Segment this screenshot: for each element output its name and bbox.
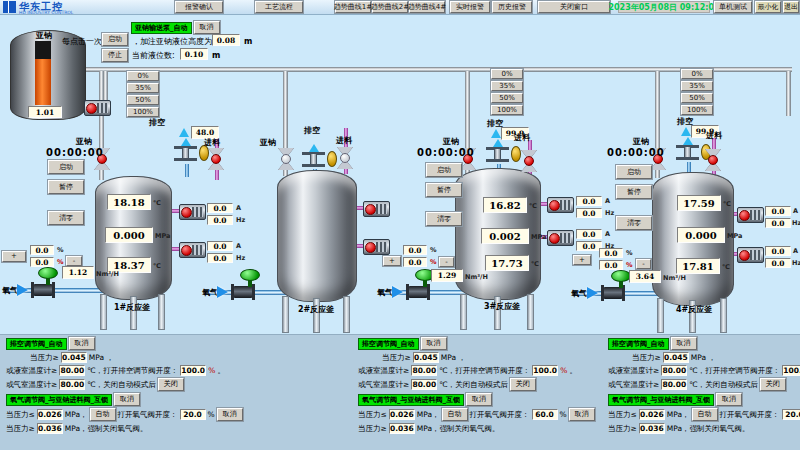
vent-auto-cancel-button[interactable]: 取消 bbox=[421, 337, 447, 350]
speed-0-button-r3[interactable]: 0% bbox=[491, 69, 523, 79]
circulation-pump-r3-upper[interactable] bbox=[547, 197, 574, 213]
high-pressure-setpoint[interactable]: 0.036 bbox=[37, 423, 63, 434]
circulation-pump-r1-upper[interactable] bbox=[179, 204, 206, 220]
speed-35-button-r3[interactable]: 35% bbox=[491, 81, 523, 91]
speed-50-button-r3[interactable]: 50% bbox=[491, 93, 523, 103]
low-pressure-setpoint[interactable]: 0.026 bbox=[639, 409, 665, 420]
oxygen-valve-r1[interactable] bbox=[33, 284, 53, 296]
liquid-temp-setpoint[interactable]: 80.00 bbox=[661, 365, 687, 376]
circulation-pump-r2-upper[interactable] bbox=[363, 201, 390, 217]
oxygen-control-valve-r1[interactable] bbox=[38, 267, 58, 279]
speed-100-button-r4[interactable]: 100% bbox=[681, 105, 713, 115]
opening-value-2-r3[interactable]: 0.0 bbox=[403, 257, 427, 267]
low-pressure-setpoint[interactable]: 0.026 bbox=[389, 409, 415, 420]
liquid-temp-setpoint[interactable]: 80.00 bbox=[411, 365, 437, 376]
speed-35-button-r4[interactable]: 35% bbox=[681, 81, 713, 91]
pause-button-r3[interactable]: 暂停 bbox=[426, 183, 462, 197]
close-window-button[interactable]: 关闭窗口 bbox=[538, 1, 610, 13]
dose-stop-button[interactable]: 停止 bbox=[102, 49, 128, 62]
speed-0-button-r4[interactable]: 0% bbox=[681, 69, 713, 79]
vent-control-valve-r3[interactable] bbox=[486, 140, 522, 167]
opening-minus-button-r4[interactable]: - bbox=[636, 259, 651, 269]
clear-button-r3[interactable]: 清零 bbox=[426, 212, 462, 226]
history-alarm-button[interactable]: 历史报警 bbox=[492, 1, 532, 13]
feed-valve-r3[interactable] bbox=[521, 150, 537, 172]
circulation-pump-r4-upper[interactable] bbox=[737, 207, 764, 223]
clear-button-r4[interactable]: 清零 bbox=[616, 216, 652, 230]
pause-button-r1[interactable]: 暂停 bbox=[48, 180, 84, 194]
opening-plus-button-r4[interactable]: + bbox=[573, 255, 591, 265]
pressure-setpoint[interactable]: 0.045 bbox=[413, 352, 439, 363]
opening-minus-button-r3[interactable]: - bbox=[439, 257, 454, 267]
start-button-r1[interactable]: 启动 bbox=[48, 160, 84, 174]
oxygen-valve-r3[interactable] bbox=[408, 286, 428, 298]
pump-auto-cancel-button[interactable]: 取消 bbox=[194, 21, 220, 34]
vent-auto-cancel-button[interactable]: 取消 bbox=[671, 337, 697, 350]
close-button[interactable]: 关闭 bbox=[760, 378, 786, 391]
oxygen-valve-r2[interactable] bbox=[233, 286, 253, 298]
alarm-ack-button[interactable]: 报警确认 bbox=[175, 1, 223, 13]
gas-temp-setpoint[interactable]: 80.00 bbox=[661, 379, 687, 390]
start-button-r3[interactable]: 启动 bbox=[426, 163, 462, 177]
feed-valve-r4[interactable] bbox=[705, 149, 721, 171]
oxy-open-setpoint[interactable]: 20.0 bbox=[180, 409, 206, 420]
speed-0-button-r1[interactable]: 0% bbox=[127, 71, 159, 81]
oxygen-control-valve-r4[interactable] bbox=[611, 270, 631, 282]
process-flow-button[interactable]: 工艺流程 bbox=[255, 1, 303, 13]
opening-plus-button-r3[interactable]: + bbox=[383, 256, 401, 266]
vent-open-setpoint[interactable]: 100.0 bbox=[782, 365, 800, 376]
circulation-pump-r1-lower[interactable] bbox=[179, 242, 206, 258]
feed-valve-r2[interactable] bbox=[337, 147, 353, 169]
standalone-test-button[interactable]: 单机测试 bbox=[714, 1, 752, 13]
low-pressure-setpoint[interactable]: 0.026 bbox=[37, 409, 63, 420]
feed-valve-r1[interactable] bbox=[208, 148, 224, 170]
opening-value-2-r1[interactable]: 0.0 bbox=[30, 257, 54, 267]
speed-50-button-r1[interactable]: 50% bbox=[127, 95, 159, 105]
clear-button-r1[interactable]: 清零 bbox=[48, 211, 84, 225]
auto-button[interactable]: 自动 bbox=[442, 408, 468, 421]
opening-minus-button-r1[interactable]: - bbox=[66, 256, 82, 266]
oxy-cancel-button[interactable]: 取消 bbox=[217, 408, 243, 421]
sodium-valve-r2[interactable] bbox=[278, 148, 294, 170]
fill-height-field[interactable]: 0.08 bbox=[212, 34, 240, 46]
high-pressure-setpoint[interactable]: 0.036 bbox=[639, 423, 665, 434]
gas-temp-setpoint[interactable]: 80.00 bbox=[411, 379, 437, 390]
minimize-button[interactable]: 最小化 bbox=[755, 1, 781, 13]
gas-temp-setpoint[interactable]: 80.00 bbox=[59, 379, 85, 390]
speed-100-button-r3[interactable]: 100% bbox=[491, 105, 523, 115]
liquid-temp-setpoint[interactable]: 80.00 bbox=[59, 365, 85, 376]
speed-50-button-r4[interactable]: 50% bbox=[681, 93, 713, 103]
auto-button[interactable]: 自动 bbox=[90, 408, 116, 421]
pressure-setpoint[interactable]: 0.045 bbox=[663, 352, 689, 363]
sodium-transfer-pump[interactable] bbox=[84, 100, 111, 116]
circulation-pump-r3-lower[interactable] bbox=[547, 230, 574, 246]
oxygen-valve-r4[interactable] bbox=[603, 287, 623, 299]
oxy-open-setpoint[interactable]: 20.0 bbox=[782, 409, 800, 420]
pressure-setpoint[interactable]: 0.045 bbox=[61, 352, 87, 363]
opening-value-1-r4[interactable]: 0.0 bbox=[599, 248, 623, 258]
oxygen-interlock-cancel-button[interactable]: 取消 bbox=[466, 393, 492, 406]
close-button[interactable]: 关闭 bbox=[158, 378, 184, 391]
speed-100-button-r1[interactable]: 100% bbox=[127, 107, 159, 117]
vent-control-valve-r2[interactable] bbox=[302, 145, 338, 172]
start-button-r4[interactable]: 启动 bbox=[616, 165, 652, 179]
realtime-alarm-button[interactable]: 实时报警 bbox=[450, 1, 490, 13]
high-pressure-setpoint[interactable]: 0.036 bbox=[389, 423, 415, 434]
circulation-pump-r4-lower[interactable] bbox=[737, 247, 764, 263]
oxygen-interlock-cancel-button[interactable]: 取消 bbox=[114, 393, 140, 406]
opening-value-1-r3[interactable]: 0.0 bbox=[403, 245, 427, 255]
opening-value-2-r4[interactable]: 0.0 bbox=[599, 260, 623, 270]
auto-button[interactable]: 自动 bbox=[692, 408, 718, 421]
speed-35-button-r1[interactable]: 35% bbox=[127, 83, 159, 93]
oxy-open-setpoint[interactable]: 60.0 bbox=[532, 409, 558, 420]
vent-open-setpoint[interactable]: 100.0 bbox=[532, 365, 558, 376]
oxygen-control-valve-r2[interactable] bbox=[240, 269, 260, 281]
vent-auto-cancel-button[interactable]: 取消 bbox=[69, 337, 95, 350]
vent-open-setpoint[interactable]: 100.0 bbox=[180, 365, 206, 376]
circulation-pump-r2-lower[interactable] bbox=[363, 239, 390, 255]
oxy-cancel-button[interactable]: 取消 bbox=[569, 408, 595, 421]
pause-button-r4[interactable]: 暂停 bbox=[616, 185, 652, 199]
close-button[interactable]: 关闭 bbox=[510, 378, 536, 391]
dose-start-button[interactable]: 启动 bbox=[102, 33, 128, 46]
opening-value-1-r1[interactable]: 0.0 bbox=[30, 245, 54, 255]
